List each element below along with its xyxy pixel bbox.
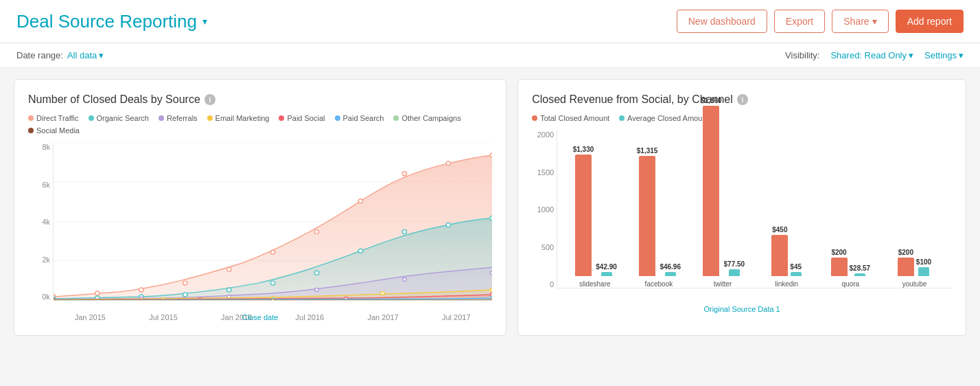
total-bar	[703, 106, 719, 276]
legend-dot	[28, 128, 34, 133]
svg-point-12	[358, 199, 362, 203]
visibility-selector[interactable]: Shared: Read Only ▾	[830, 50, 913, 60]
avg-bar	[601, 272, 612, 276]
avg-bar-value: $45	[790, 263, 802, 271]
bar-y-label: 0	[550, 280, 554, 288]
bar-chart-area: 2000150010005000 $1,330 $42.90 slideshar…	[532, 130, 952, 316]
avg-bar-value: $77.50	[724, 260, 745, 268]
visibility-label: Visibility:	[785, 50, 819, 60]
left-chart-plot	[53, 143, 492, 301]
svg-point-37	[491, 288, 493, 292]
svg-point-31	[403, 278, 406, 282]
legend-item: Paid Social	[279, 114, 325, 122]
settings-button[interactable]: Settings ▾	[924, 50, 964, 60]
bar-y-label: 1000	[537, 205, 554, 214]
avg-bar-column: $100	[916, 258, 931, 276]
legend-label: Paid Social	[287, 114, 325, 122]
legend-item: Total Closed Amount	[532, 114, 609, 122]
new-dashboard-button[interactable]: New dashboard	[677, 10, 767, 33]
total-bar-column: $450	[771, 226, 788, 276]
svg-point-25	[446, 223, 450, 227]
svg-point-19	[183, 293, 187, 297]
total-bar-value: $200	[898, 249, 913, 256]
svg-point-48	[54, 299, 55, 300]
svg-point-36	[381, 292, 384, 295]
avg-bar	[854, 273, 865, 276]
legend-label: Direct Traffic	[36, 114, 79, 122]
bar-y-label: 2000	[537, 130, 554, 139]
legend-label: Social Media	[36, 126, 80, 135]
legend-item: Social Media	[28, 126, 80, 135]
svg-point-24	[402, 229, 406, 234]
export-button[interactable]: Export	[774, 10, 825, 33]
bar-x-label: twitter	[714, 280, 732, 288]
add-report-button[interactable]: Add report	[896, 10, 964, 33]
main-content: Number of Closed Deals by Source i Direc…	[0, 68, 980, 347]
svg-point-15	[490, 153, 492, 157]
x-label: Jul 2016	[296, 313, 325, 321]
y-label: 2k	[42, 256, 50, 264]
legend-dot	[532, 115, 537, 121]
date-range-selector[interactable]: All data ▾	[67, 50, 104, 60]
left-chart-title: Number of Closed Deals by Source i	[28, 93, 492, 106]
avg-bar	[665, 272, 676, 276]
left-y-labels: 8k6k4k2k0k	[28, 143, 50, 301]
total-bar-column: $1,860	[701, 97, 722, 276]
svg-point-26	[490, 216, 492, 220]
y-label: 8k	[42, 143, 50, 151]
bar-x-label: youtube	[902, 280, 927, 288]
bar-y-label: 1500	[537, 168, 554, 177]
share-chevron-icon: ▾	[872, 16, 877, 27]
bar-x-label: slideshare	[579, 280, 611, 288]
avg-bar-value: $100	[916, 258, 931, 266]
bar-pair: $1,315 $46.96	[637, 147, 681, 276]
date-range-label: Date range:	[16, 50, 63, 60]
title-chevron-icon[interactable]: ▾	[202, 16, 207, 27]
total-bar-value: $450	[772, 226, 787, 234]
total-bar	[639, 156, 655, 276]
svg-point-20	[226, 288, 231, 292]
legend-dot	[619, 115, 625, 121]
left-chart-info-icon[interactable]: i	[205, 94, 215, 105]
svg-point-14	[446, 161, 450, 166]
legend-label: Organic Search	[97, 114, 149, 122]
svg-point-7	[139, 288, 143, 292]
bar-x-label: facebook	[645, 280, 673, 288]
y-label: 6k	[42, 181, 50, 189]
total-bar-column: $1,315	[637, 147, 658, 276]
legend-dot	[159, 115, 164, 121]
legend-dot	[335, 115, 340, 121]
legend-label: Total Closed Amount	[540, 114, 609, 122]
bar-group: $1,330 $42.90 slideshare	[563, 146, 627, 288]
svg-point-11	[314, 229, 318, 234]
avg-bar	[918, 267, 929, 276]
x-label: Jul 2015	[149, 313, 178, 321]
visibility-section: Visibility: Shared: Read Only ▾ Settings…	[785, 50, 964, 60]
toolbar: Date range: All data ▾ Visibility: Share…	[0, 43, 980, 68]
legend-dot	[207, 115, 213, 121]
left-chart-title-text: Number of Closed Deals by Source	[28, 93, 200, 106]
settings-label: Settings	[924, 50, 957, 60]
y-label: 0k	[42, 293, 50, 301]
title-text: Deal Source Reporting	[16, 11, 197, 32]
legend-item: Referrals	[159, 114, 198, 122]
bar-pair: $200 $100	[898, 249, 931, 276]
left-chart-svg	[54, 143, 492, 300]
total-bar	[575, 155, 592, 276]
total-bar-column: $200	[831, 249, 848, 276]
legend-label: Email Marketing	[215, 114, 270, 122]
legend-label: Other Campaigns	[401, 114, 460, 122]
svg-point-10	[270, 250, 275, 254]
legend-item: Email Marketing	[207, 114, 270, 122]
legend-label: Referrals	[167, 114, 198, 122]
share-button[interactable]: Share ▾	[832, 10, 888, 33]
svg-point-23	[358, 249, 362, 253]
settings-chevron-icon: ▾	[959, 50, 964, 60]
bar-pair: $1,330 $42.90	[573, 146, 617, 276]
left-chart-card: Number of Closed Deals by Source i Direc…	[14, 79, 506, 336]
svg-point-50	[491, 299, 492, 300]
total-bar-value: $1,330	[573, 146, 594, 153]
legend-dot	[393, 115, 399, 121]
total-bar-value: $1,315	[637, 147, 658, 155]
avg-bar-column: $46.96	[660, 263, 681, 276]
